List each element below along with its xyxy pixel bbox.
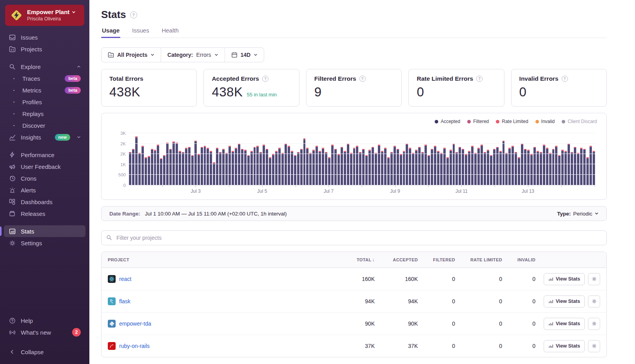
sidebar-item-profiles[interactable]: Profiles xyxy=(4,96,85,108)
legend-item-invalid[interactable]: Invalid xyxy=(535,119,555,124)
column-header-accepted[interactable]: ACCEPTED xyxy=(375,257,418,262)
sidebar-item-help[interactable]: Help xyxy=(4,315,85,326)
card-help-icon[interactable]: ? xyxy=(359,76,366,82)
chart-bar-cap xyxy=(381,151,383,152)
chart-bar-cap xyxy=(546,148,548,149)
usage-chart-card: Accepted Filtered Rate Limited Invalid C… xyxy=(101,113,607,200)
project-settings-button[interactable] xyxy=(588,318,600,330)
sidebar-item-performance[interactable]: Performance xyxy=(4,149,85,161)
chart-bar xyxy=(154,150,156,185)
chart-bar xyxy=(487,150,489,185)
category-filter-dropdown[interactable]: Category: Errors xyxy=(161,48,224,62)
chart-bar xyxy=(222,149,225,185)
project-link[interactable]: empower-tda xyxy=(119,321,151,327)
chart-bar-cap xyxy=(527,150,530,151)
sidebar-item-issues[interactable]: Issues xyxy=(4,31,85,43)
chart-bar-cap xyxy=(163,155,165,156)
chart-bar xyxy=(527,150,530,185)
sidebar-item-metrics[interactable]: Metrics beta xyxy=(4,84,85,96)
sidebar-item-user-feedback[interactable]: User Feedback xyxy=(4,161,85,172)
column-header-total[interactable]: TOTAL↓ xyxy=(334,257,375,263)
sidebar-item-dashboards[interactable]: Dashboards xyxy=(4,196,85,208)
sidebar-item-whats-new[interactable]: What's new 2 xyxy=(4,326,85,338)
chart-bar-cap xyxy=(515,152,517,153)
gridline xyxy=(129,164,595,164)
column-header-invalid[interactable]: INVALID xyxy=(502,257,535,262)
insights-icon xyxy=(9,134,16,141)
y-axis-label: 2K xyxy=(120,152,126,156)
chart-bar-cap xyxy=(503,141,505,142)
project-settings-button[interactable] xyxy=(588,273,600,285)
react-platform-icon xyxy=(108,275,116,283)
sidebar-item-discover[interactable]: Discover xyxy=(4,120,85,131)
chart-bar xyxy=(201,147,203,185)
page-help-icon[interactable]: ? xyxy=(130,11,137,18)
legend-item-rate-limited[interactable]: Rate Limited xyxy=(496,119,528,124)
chart-bar-cap xyxy=(241,149,243,150)
chart-bar-cap xyxy=(160,158,162,159)
sidebar-item-replays[interactable]: Replays xyxy=(4,108,85,120)
sidebar-item-settings[interactable]: Settings xyxy=(4,237,85,249)
project-link[interactable]: react xyxy=(119,276,131,282)
chart-bar xyxy=(169,149,172,185)
chart-bar xyxy=(316,146,318,185)
project-filter-dropdown[interactable]: All Projects xyxy=(102,48,161,62)
view-stats-button[interactable]: View Stats xyxy=(544,273,585,285)
chart-bar xyxy=(390,152,393,185)
legend-item-client-discard[interactable]: Client Discard xyxy=(562,119,597,124)
card-subtext: 55 in last min xyxy=(247,92,277,98)
column-header-filtered[interactable]: FILTERED xyxy=(418,257,455,262)
column-header-rate-limited[interactable]: RATE LIMITED xyxy=(455,257,502,262)
view-stats-button[interactable]: View Stats xyxy=(544,295,585,308)
chart-bar xyxy=(387,157,390,185)
sidebar-item-traces[interactable]: Traces beta xyxy=(4,72,85,84)
chart-bar-cap xyxy=(453,144,455,145)
org-switcher[interactable]: Empower Plant Priscila Oliveira xyxy=(5,5,84,26)
x-axis-tick xyxy=(461,185,462,187)
card-help-icon[interactable]: ? xyxy=(262,76,269,82)
chart-bar-cap xyxy=(487,150,489,151)
sidebar-item-explore[interactable]: Explore xyxy=(4,61,85,72)
y-axis-label: 0 xyxy=(123,183,126,188)
chart-bar xyxy=(537,151,539,185)
card-value: 0 xyxy=(519,85,527,100)
chart-bar-cap xyxy=(455,152,458,153)
tab-issues[interactable]: Issues xyxy=(131,27,150,38)
legend-item-accepted[interactable]: Accepted xyxy=(435,119,460,124)
sidebar-item-stats[interactable]: Stats xyxy=(4,225,85,237)
type-dropdown[interactable]: Type: Periodic xyxy=(557,211,599,217)
sidebar-collapse-button[interactable]: Collapse xyxy=(4,346,85,358)
sidebar-item-alerts[interactable]: Alerts xyxy=(4,184,85,196)
sidebar-item-crons[interactable]: Crons xyxy=(4,172,85,184)
x-axis-tick xyxy=(595,185,595,187)
sidebar: Empower Plant Priscila Oliveira Issues P… xyxy=(0,0,89,364)
date-period-dropdown[interactable]: 14D xyxy=(225,48,264,62)
project-settings-button[interactable] xyxy=(588,340,600,352)
project-link[interactable]: flask xyxy=(119,298,131,304)
project-settings-button[interactable] xyxy=(588,295,600,308)
tab-health[interactable]: Health xyxy=(161,27,179,38)
view-stats-button[interactable]: View Stats xyxy=(544,318,585,330)
sidebar-item-releases[interactable]: Releases xyxy=(4,208,85,219)
search-input[interactable] xyxy=(101,230,607,245)
card-help-icon[interactable]: ? xyxy=(476,76,483,82)
sidebar-item-projects[interactable]: Projects xyxy=(4,43,85,55)
chart-bar-cap xyxy=(468,151,470,152)
legend-item-filtered[interactable]: Filtered xyxy=(467,119,489,124)
view-stats-button[interactable]: View Stats xyxy=(544,340,585,352)
chart-bar xyxy=(244,150,247,185)
chart-bar-cap xyxy=(151,149,153,150)
broadcast-icon xyxy=(9,329,16,336)
invalid-cell: 0 xyxy=(502,298,535,304)
chart-bar-cap xyxy=(256,146,259,147)
chart-bar-cap xyxy=(434,146,436,147)
chart-bar xyxy=(515,152,517,185)
chart-bar xyxy=(418,147,421,185)
chart-area: 05001K2K2K3K Jul 3Jul 5Jul 7Jul 9Jul 11J… xyxy=(129,131,595,194)
chart-bar-cap xyxy=(590,146,592,147)
project-link[interactable]: ruby-on-rails xyxy=(119,343,150,349)
chart-bar-cap xyxy=(462,149,464,150)
card-help-icon[interactable]: ? xyxy=(562,76,568,82)
tab-usage[interactable]: Usage xyxy=(101,27,120,38)
sidebar-item-insights[interactable]: Insights new xyxy=(4,131,85,143)
